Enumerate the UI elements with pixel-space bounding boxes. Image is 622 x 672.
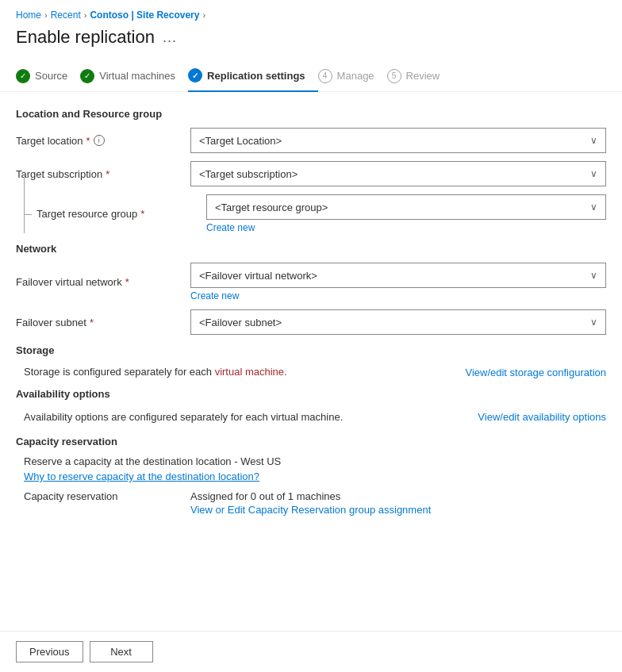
target-subscription-label: Target subscription * — [16, 168, 190, 180]
previous-button[interactable]: Previous — [16, 641, 83, 662]
step-review-num-icon: 5 — [387, 69, 401, 83]
target-subscription-row: Target subscription * <Target subscripti… — [16, 161, 606, 186]
target-subscription-chevron: ∨ — [590, 168, 597, 179]
target-resource-group-chevron: ∨ — [590, 202, 597, 213]
breadcrumb-sep3: › — [202, 10, 205, 20]
storage-highlight: virtual machine — [215, 366, 284, 378]
failover-subnet-dropdown[interactable]: <Failover subnet> ∨ — [190, 309, 606, 335]
availability-section-title: Availability options — [16, 388, 606, 400]
step-vm-check-icon: ✓ — [80, 69, 94, 83]
failover-vnet-value: <Failover virtual network> — [199, 270, 317, 282]
target-location-chevron: ∨ — [590, 135, 597, 146]
breadcrumb-sep2: › — [84, 10, 87, 20]
storage-section-title: Storage — [16, 344, 606, 356]
breadcrumb-sep1: › — [44, 10, 48, 20]
failover-subnet-control: <Failover subnet> ∨ — [190, 309, 606, 335]
capacity-edit-link[interactable]: View or Edit Capacity Reservation group … — [190, 504, 606, 516]
storage-section: Storage Storage is configured separately… — [16, 344, 606, 378]
step-review-label: Review — [406, 70, 440, 82]
step-source[interactable]: ✓ Source — [16, 61, 80, 91]
capacity-why-link[interactable]: Why to reserve capacity at the destinati… — [16, 470, 606, 482]
target-resource-group-value: <Target resource group> — [215, 202, 328, 213]
capacity-reservation-row: Capacity reservation Assigned for 0 out … — [16, 490, 606, 516]
breadcrumb-contoso[interactable]: Contoso | Site Recovery — [90, 10, 199, 21]
failover-vnet-control: <Failover virtual network> ∨ Create new — [190, 263, 606, 301]
breadcrumb-recent[interactable]: Recent — [51, 10, 81, 21]
target-location-info-icon[interactable]: i — [94, 135, 105, 146]
wizard-steps: ✓ Source ✓ Virtual machines ✓ Replicatio… — [0, 60, 622, 92]
capacity-description: Reserve a capacity at the destination lo… — [16, 455, 606, 467]
step-rep-label: Replication settings — [207, 70, 305, 82]
target-subscription-required: * — [106, 168, 109, 180]
storage-description: Storage is configured separately for eac… — [24, 366, 449, 378]
breadcrumb-home[interactable]: Home — [16, 10, 41, 21]
availability-description: Availability options are configured sepa… — [24, 411, 465, 423]
failover-subnet-required: * — [90, 317, 94, 328]
storage-config-link[interactable]: View/edit storage configuration — [465, 367, 606, 378]
step-vm-label: Virtual machines — [99, 70, 175, 82]
target-resource-group-label: Target resource group * — [32, 208, 206, 220]
target-location-dropdown[interactable]: <Target Location> ∨ — [190, 128, 606, 153]
create-vnet-link[interactable]: Create new — [190, 290, 239, 301]
footer: Previous Next — [0, 631, 622, 672]
page-title: Enable replication — [16, 27, 155, 48]
main-content: Location and Resource group Target locat… — [0, 108, 622, 516]
target-resource-group-row: Target resource group * <Target resource… — [16, 194, 606, 233]
step-review[interactable]: 5 Review — [387, 61, 453, 91]
failover-vnet-chevron: ∨ — [590, 270, 597, 281]
indent-line — [24, 177, 25, 233]
indent-line-h — [24, 214, 32, 215]
availability-desc-row: Availability options are configured sepa… — [16, 408, 606, 426]
network-section: Network Failover virtual network * <Fail… — [16, 243, 606, 335]
failover-vnet-dropdown[interactable]: <Failover virtual network> ∨ — [190, 263, 606, 288]
storage-desc-end: . — [284, 366, 287, 378]
failover-vnet-label: Failover virtual network * — [16, 276, 190, 288]
storage-desc-start: Storage is configured separately for eac… — [24, 366, 215, 378]
capacity-section-title: Capacity reservation — [16, 436, 606, 447]
location-section: Location and Resource group Target locat… — [16, 108, 606, 233]
location-section-title: Location and Resource group — [16, 108, 606, 120]
target-location-value: <Target Location> — [199, 135, 282, 147]
create-resource-group-link[interactable]: Create new — [206, 222, 255, 233]
step-virtual-machines[interactable]: ✓ Virtual machines — [80, 61, 188, 91]
target-resource-group-dropdown[interactable]: <Target resource group> ∨ — [206, 194, 606, 220]
step-rep-active-icon: ✓ — [188, 68, 202, 83]
page-header: Enable replication ... — [0, 24, 622, 60]
target-location-label: Target location * i — [16, 135, 190, 147]
target-subscription-dropdown[interactable]: <Target subscription> ∨ — [190, 161, 606, 186]
next-button[interactable]: Next — [90, 641, 153, 662]
target-resource-group-control: <Target resource group> ∨ Create new — [206, 194, 606, 233]
target-location-control: <Target Location> ∨ — [190, 128, 606, 153]
step-manage-label: Manage — [337, 70, 374, 82]
target-resource-group-required: * — [140, 208, 144, 220]
step-source-label: Source — [35, 70, 67, 82]
availability-link[interactable]: View/edit availability options — [478, 411, 606, 423]
target-subscription-control: <Target subscription> ∨ — [190, 161, 606, 186]
failover-subnet-value: <Failover subnet> — [199, 317, 282, 328]
capacity-reservation-label: Capacity reservation — [24, 490, 190, 502]
storage-desc-row: Storage is configured separately for eac… — [16, 364, 606, 378]
failover-subnet-chevron: ∨ — [590, 317, 597, 328]
failover-subnet-row: Failover subnet * <Failover subnet> ∨ — [16, 309, 606, 335]
more-options-icon[interactable]: ... — [163, 29, 177, 46]
capacity-section: Capacity reservation Reserve a capacity … — [16, 436, 606, 516]
availability-section: Availability options Availability option… — [16, 388, 606, 426]
failover-subnet-label: Failover subnet * — [16, 317, 190, 328]
network-section-title: Network — [16, 243, 606, 255]
step-source-check-icon: ✓ — [16, 69, 30, 83]
target-location-required: * — [86, 135, 90, 147]
step-replication-settings[interactable]: ✓ Replication settings — [188, 60, 318, 92]
failover-vnet-row: Failover virtual network * <Failover vir… — [16, 263, 606, 301]
step-manage-num-icon: 4 — [318, 69, 332, 83]
target-location-row: Target location * i <Target Location> ∨ — [16, 128, 606, 153]
step-manage[interactable]: 4 Manage — [318, 61, 387, 91]
target-subscription-value: <Target subscription> — [199, 168, 298, 180]
breadcrumb: Home › Recent › Contoso | Site Recovery … — [0, 0, 622, 24]
capacity-assigned-text: Assigned for 0 out of 1 machines — [190, 490, 340, 502]
capacity-reservation-value: Assigned for 0 out of 1 machines View or… — [190, 490, 606, 516]
failover-vnet-required: * — [125, 276, 129, 288]
